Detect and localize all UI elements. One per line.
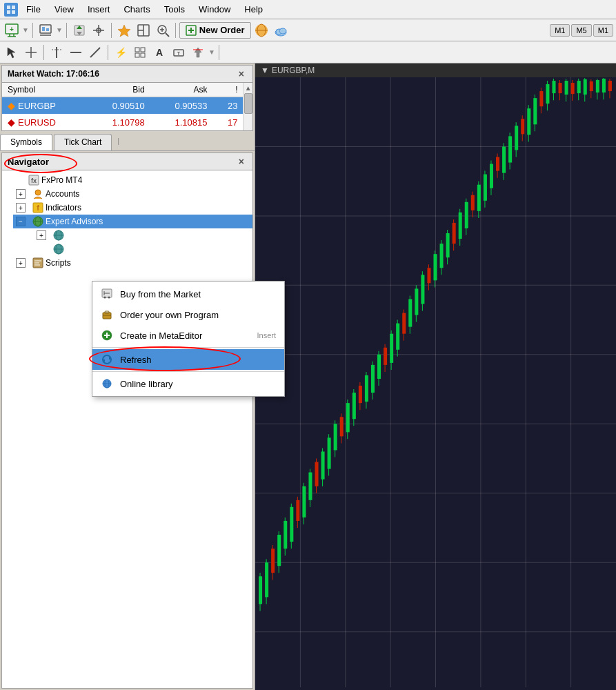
svg-rect-44 [141,48,145,52]
draw-sep-3 [219,45,219,60]
ctx-refresh[interactable]: Refresh [92,349,284,370]
accounts-label: Accounts [46,189,79,199]
cursor-btn[interactable] [3,43,21,61]
svg-point-73 [108,297,110,299]
market-watch-header: Market Watch: 17:06:16 × [2,66,252,83]
menu-tools[interactable]: Tools [159,3,190,16]
ctx-separator-2 [92,371,284,372]
table-row[interactable]: ◆ EURGBP 0.90510 0.90533 23 [2,97,243,115]
indicators-expander[interactable]: + [16,203,26,213]
tree-item-indicators[interactable]: + f Indicators [13,201,252,215]
direction-icon-eurgbp: ◆ [8,100,15,111]
tf-m1[interactable]: M1 [550,24,570,37]
new-order-button[interactable]: New Order [179,22,251,39]
svg-rect-207 [584,79,587,95]
menu-view[interactable]: View [49,3,79,16]
grid-btn[interactable] [131,43,149,61]
svg-rect-131 [346,403,350,432]
svg-rect-149 [402,313,406,334]
svg-rect-189 [527,108,530,135]
scroll-thumb[interactable] [244,93,252,114]
toolbar-sep-4 [175,23,176,38]
navigator-panel: Navigator × fx FxPro MT [1,152,253,689]
svg-rect-125 [328,437,331,469]
main-area: Market Watch: 17:06:16 × Symbol Bid Ask … [0,63,616,690]
toolbar-sep-2 [66,23,67,38]
tab-tick-chart[interactable]: Tick Chart [54,134,112,150]
menu-charts[interactable]: Charts [118,3,155,16]
ctx-buy-market-label: Buy from the Market [120,289,201,299]
svg-rect-161 [440,244,444,268]
svg-line-42 [90,48,100,57]
table-header-row: Symbol Bid Ask ! [2,83,243,97]
new-chart-btn[interactable]: + [3,21,21,39]
ctx-create-editor[interactable]: Create in MetaEditor Insert [92,325,284,346]
svg-rect-103 [259,576,262,604]
ask-cell-eurgbp: 0.90533 [150,97,213,115]
svg-rect-143 [384,348,387,365]
menu-window[interactable]: Window [193,3,236,16]
scripts-expander[interactable]: + [16,258,26,268]
crosshair-btn[interactable] [90,21,108,39]
navigator-tree: fx FxPro MT4 + Accounts [2,170,252,273]
favorites-btn[interactable] [115,21,133,39]
svg-rect-9 [40,25,51,33]
tree-item-ea1[interactable]: + [2,228,252,242]
tree-item-ea2[interactable] [2,242,252,256]
navigator-close[interactable]: × [236,156,247,167]
crosshair2-btn[interactable] [22,43,40,61]
trendline-btn[interactable] [86,43,104,61]
svg-marker-19 [118,25,130,37]
accounts-expander[interactable]: + [16,189,26,199]
tree-item-expert-advisors[interactable]: − Expert Advisors [13,215,252,228]
tree-item-accounts[interactable]: + Accounts [13,187,252,201]
refresh-icon [101,353,113,366]
direction-icon-eurusd: ◆ [8,117,15,128]
col-symbol: Symbol [2,83,88,97]
label-btn[interactable]: T [170,43,188,61]
svg-rect-133 [352,393,356,419]
menu-file[interactable]: File [21,3,46,16]
toolbar-drawing: ⚡ A T ▼ [0,41,616,63]
market-watch-table: Symbol Bid Ask ! ◆ EURGBP [2,83,243,130]
bid-cell-eurgbp: 0.90510 [88,97,150,115]
profiles-btn[interactable] [37,21,54,39]
tree-item-scripts[interactable]: + Scripts [13,256,252,270]
menu-help[interactable]: Help [239,3,268,16]
cloud-btn[interactable] [272,21,290,39]
market-watch-panel: Market Watch: 17:06:16 × Symbol Bid Ask … [1,65,253,131]
chart-svg [255,77,616,687]
svg-rect-111 [284,521,287,549]
chart-area[interactable] [255,77,616,687]
ea-expander[interactable]: − [16,217,26,226]
toolbar-main: + ▼ ▼ [0,19,616,41]
refresh-data-btn[interactable] [70,21,88,39]
menu-insert[interactable]: Insert [82,3,116,16]
ea2-icon [53,244,64,255]
ctx-online-library[interactable]: Online library [92,373,284,394]
svg-rect-201 [565,81,568,95]
tab-symbols[interactable]: Symbols [0,134,52,150]
market-watch-scrollbar[interactable]: ▲ ▼ [243,83,252,130]
tf-m5[interactable]: M5 [571,24,591,37]
svg-text:f: f [37,204,39,212]
svg-rect-167 [459,213,462,239]
zoom-btn[interactable] [154,21,172,39]
hline-btn[interactable] [67,43,85,61]
pitchfork-btn[interactable]: ⚡ [112,43,130,61]
text-btn[interactable]: A [150,43,168,61]
ea-label: Expert Advisors [46,217,103,226]
ctx-order-program[interactable]: Order your own Program [92,304,284,325]
layout-btn[interactable] [135,21,152,39]
tree-item-fxpro[interactable]: fx FxPro MT4 [2,173,252,187]
table-row[interactable]: ◆ EURUSD 1.10798 1.10815 17 [2,114,243,130]
vline-btn[interactable] [48,43,66,61]
svg-marker-49 [195,48,201,57]
market-watch-close[interactable]: × [236,68,247,79]
trading-btn[interactable] [252,21,270,39]
tf-m1b[interactable]: M1 [593,24,613,37]
ctx-buy-market[interactable]: Buy from the Market [92,284,284,304]
arrow-tool-btn[interactable] [189,43,207,61]
col-bid: Bid [88,83,150,97]
ea1-expander[interactable]: + [37,230,46,240]
